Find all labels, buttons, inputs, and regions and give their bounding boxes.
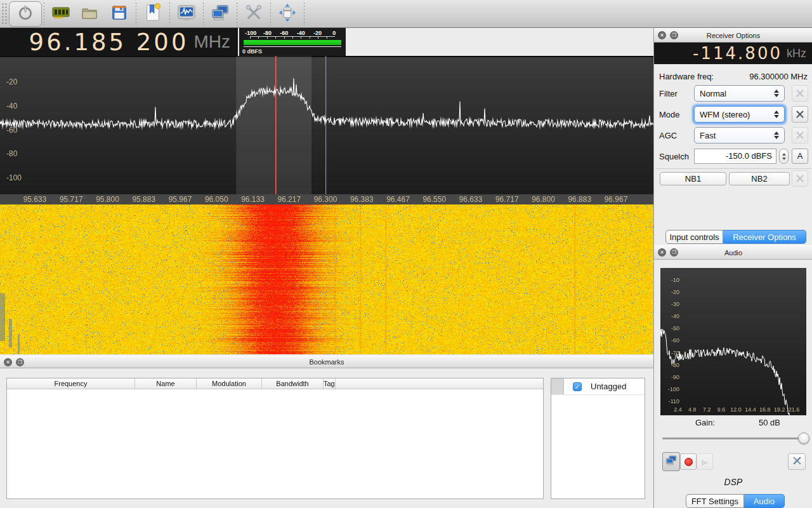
meter-tick-label: -80: [259, 30, 275, 36]
bookmarks-table-header[interactable]: FrequencyNameModulationBandwidthTag: [7, 378, 543, 389]
filter-value: Normal: [700, 89, 771, 98]
axis-tick-label: 96.717: [489, 195, 525, 204]
bookmarks-button[interactable]: [138, 1, 167, 27]
meter-peak-line: [244, 46, 341, 47]
remote-control-button[interactable]: [206, 1, 235, 27]
toolbar-separator: [304, 3, 304, 25]
column-header[interactable]: Bandwidth: [262, 378, 324, 389]
open-file-icon: [80, 3, 100, 25]
meter-scale: -100-80-60-40-200: [242, 30, 343, 36]
pan-fullscreen-button[interactable]: [273, 1, 302, 27]
audio-stream-button[interactable]: [662, 452, 680, 471]
rf-spectrum-canvas[interactable]: [0, 56, 653, 194]
meter-tick-label: -40: [292, 30, 309, 36]
close-icon[interactable]: ✕: [4, 358, 12, 366]
nb1-button[interactable]: NB1: [660, 172, 726, 185]
tab-receiver-options[interactable]: Receiver Options: [723, 230, 806, 244]
signal-meter: -100-80-60-40-200 0 dBFS: [239, 28, 346, 56]
float-icon[interactable]: ❐: [670, 31, 678, 39]
nb2-button[interactable]: NB2: [729, 172, 790, 185]
axis-tick-label: -100: [663, 385, 679, 393]
audio-record-button[interactable]: [680, 453, 697, 470]
record-icon: [684, 458, 693, 466]
float-icon[interactable]: ❐: [16, 358, 24, 366]
meter-tick-label: -60: [276, 30, 292, 36]
squelch-input[interactable]: -150.0 dBFS: [694, 149, 776, 164]
dsp-tools-icon: [244, 3, 263, 25]
open-file-button[interactable]: [75, 1, 105, 27]
toolbar-grip[interactable]: [1, 3, 8, 25]
power-button[interactable]: [9, 1, 42, 27]
squelch-row: Squelch -150.0 dBFS A: [654, 148, 812, 164]
hardware-freq-row: Hardware freq: 96.300000 MHz: [654, 70, 812, 83]
bookmarks-table[interactable]: FrequencyNameModulationBandwidthTag: [6, 378, 544, 499]
axis-tick-label: 96.050: [199, 195, 234, 204]
bookmarks-panel-header: Bookmarks ✕ ❐: [0, 356, 653, 368]
axis-tick-label: 95.967: [162, 195, 198, 204]
waterfall-display[interactable]: [0, 204, 653, 354]
toolbar-separator: [169, 3, 170, 25]
float-icon[interactable]: ❐: [670, 248, 678, 257]
meter-tick-label: -100: [242, 30, 259, 36]
audio-fft-plot[interactable]: -10-20-30-40-50-60-70-80-90-100-110 2.44…: [660, 268, 806, 415]
hardware-freq-label: Hardware freq:: [659, 72, 714, 81]
mode-combobox[interactable]: WFM (stereo): [694, 106, 785, 123]
axis-tick-label: -80: [663, 361, 679, 369]
power-icon: [17, 4, 34, 23]
mode-config-button[interactable]: [792, 106, 808, 123]
column-header[interactable]: Name: [135, 378, 197, 389]
nb-config-button: [792, 170, 808, 187]
meter-tick-label: -20: [309, 30, 325, 36]
tab-input-controls[interactable]: Input controls: [665, 230, 723, 244]
tab-audio[interactable]: Audio: [744, 494, 785, 508]
agc-combobox[interactable]: Fast: [694, 127, 785, 144]
agc-value: Fast: [700, 131, 771, 140]
axis-tick-label: 7.2: [700, 406, 714, 413]
axis-tick-label: 2.4: [671, 406, 685, 413]
toolbar-separator: [136, 3, 136, 25]
dsp-tools-button[interactable]: [239, 1, 268, 27]
untagged-checkbox[interactable]: ✓: [573, 382, 582, 391]
axis-tick-label: 96.967: [598, 195, 634, 204]
tag-row-untagged[interactable]: ✓ Untagged: [551, 378, 645, 395]
axis-tick-label: -20: [6, 77, 28, 87]
audio-fft-canvas[interactable]: [660, 268, 806, 415]
axis-tick-label: -60: [663, 337, 679, 344]
squelch-spinner[interactable]: [779, 149, 789, 164]
gain-slider-thumb[interactable]: [798, 432, 809, 444]
network-icon: [665, 454, 678, 469]
column-header[interactable]: Tag: [324, 378, 336, 389]
column-header[interactable]: Frequency: [7, 378, 135, 389]
offset-unit: kHz: [787, 47, 806, 60]
axis-tick-label: 95.883: [126, 195, 162, 204]
axis-tick-label: -30: [663, 300, 679, 308]
axis-tick-label: 95.633: [17, 195, 53, 204]
frequency-display[interactable]: 96.185 200 MHz: [0, 28, 238, 56]
noise-blanker-row: NB1 NB2: [654, 171, 812, 185]
squelch-label: Squelch: [659, 152, 689, 161]
close-icon[interactable]: ✕: [658, 248, 666, 257]
gain-slider[interactable]: [662, 438, 804, 439]
column-header[interactable]: Modulation: [197, 378, 262, 389]
axis-tick-label: -10: [663, 276, 679, 284]
filter-combobox[interactable]: Normal: [694, 85, 785, 102]
bookmarks-panel: FrequencyNameModulationBandwidthTag ✓ Un…: [0, 368, 653, 508]
rf-spectrum-plot[interactable]: -20-40-60-80-100: [0, 56, 653, 194]
save-file-button[interactable]: [105, 1, 134, 27]
axis-tick-label: 14.4: [743, 406, 757, 413]
audio-config-button[interactable]: [788, 453, 806, 470]
close-icon[interactable]: ✕: [658, 31, 666, 39]
tab-fft-settings[interactable]: FFT Settings: [686, 494, 744, 508]
fft-display-button[interactable]: [172, 1, 201, 27]
dsp-label: DSP: [654, 477, 812, 487]
tag-list[interactable]: ✓ Untagged: [551, 378, 645, 499]
gain-label: Gain:: [695, 418, 715, 427]
axis-tick-label: -40: [663, 312, 679, 320]
offset-frequency-display[interactable]: -114.800 kHz: [654, 43, 812, 64]
frequency-digits[interactable]: 96.185 200: [29, 29, 189, 56]
squelch-auto-button[interactable]: A: [792, 149, 808, 164]
offset-digits[interactable]: -114.800: [693, 44, 782, 63]
io-devices-button[interactable]: [46, 1, 75, 27]
mode-label: Mode: [659, 110, 680, 119]
row-gutter[interactable]: [551, 378, 564, 394]
